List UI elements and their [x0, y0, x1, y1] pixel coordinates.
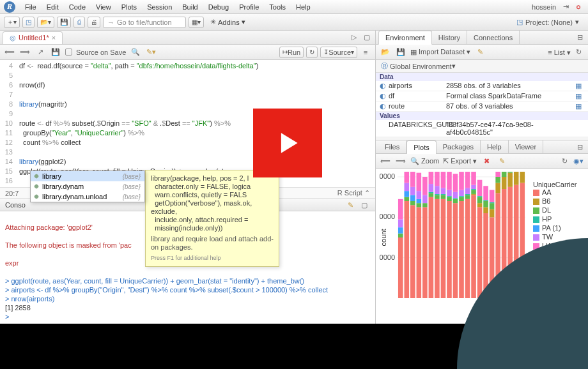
completion-item[interactable]: library.dynam{base} — [31, 181, 144, 192]
svg-rect-117 — [533, 225, 539, 232]
svg-rect-17 — [410, 205, 415, 298]
svg-rect-80 — [483, 200, 488, 201]
outline-icon[interactable]: ≡ — [360, 47, 371, 57]
clear-env-icon[interactable]: ✎ — [474, 47, 486, 57]
completion-item[interactable]: library.dynam.unload{base} — [31, 192, 144, 202]
console-tab[interactable]: Conso — [5, 201, 26, 209]
menu-plots[interactable]: Plots — [117, 2, 141, 12]
forward-icon[interactable]: ▷ — [348, 33, 360, 43]
refresh-plot-icon[interactable]: ↻ — [559, 156, 571, 167]
svg-rect-67 — [471, 194, 476, 195]
save-ws-icon[interactable]: 💾 — [395, 47, 406, 57]
svg-rect-89 — [495, 177, 500, 183]
svg-rect-74 — [477, 197, 483, 204]
disk-icon[interactable]: 💾 — [50, 47, 61, 57]
tab-viewer[interactable]: Viewer — [509, 140, 543, 154]
svg-rect-78 — [483, 207, 488, 214]
source-on-save-checkbox[interactable] — [65, 49, 72, 56]
menu-code[interactable]: Code — [65, 2, 90, 12]
video-play-overlay[interactable] — [253, 109, 322, 177]
source-tab[interactable]: ◎ Untitled1* × — [3, 31, 63, 44]
save-button[interactable]: 💾 — [57, 17, 71, 28]
svg-rect-16 — [404, 172, 409, 183]
svg-text:60000: 60000 — [380, 172, 395, 180]
menu-help[interactable]: Help — [291, 2, 315, 12]
tab-environment[interactable]: Environment — [378, 31, 432, 45]
refresh-icon[interactable]: ↻ — [573, 47, 584, 57]
source-button[interactable]: ↧ Source ▾ — [320, 47, 357, 58]
svg-rect-36 — [435, 199, 440, 298]
run-button[interactable]: ↦ Run — [279, 47, 304, 58]
file-type-label[interactable]: R Script — [337, 189, 362, 197]
save-all-button[interactable]: ⎙ — [74, 17, 85, 28]
svg-rect-64 — [465, 188, 470, 194]
remove-plot-icon[interactable]: ✖ — [481, 156, 492, 167]
load-icon[interactable]: 📂 — [380, 47, 391, 57]
menu-edit[interactable]: Edit — [42, 2, 63, 12]
tools-grid-button[interactable]: ▦▾ — [189, 17, 204, 28]
clear-plots-icon[interactable]: ✎ — [496, 156, 507, 167]
svg-rect-13 — [404, 197, 409, 201]
clear-console-icon[interactable]: ✎ — [344, 200, 356, 210]
fwd-icon[interactable]: ⟹ — [19, 47, 31, 57]
list-view-button[interactable]: ≡ List ▾ — [548, 48, 571, 56]
wand2-icon[interactable]: ✎▾ — [145, 47, 157, 57]
svg-rect-83 — [490, 209, 495, 218]
console-pane-icon[interactable]: ▢ — [359, 200, 370, 210]
svg-rect-37 — [435, 195, 440, 199]
open-file-button[interactable]: 📂▾ — [37, 17, 54, 28]
back-icon[interactable]: ⟸ — [4, 47, 15, 57]
show-in-new-icon[interactable]: ↗ — [35, 47, 46, 57]
menu-profile[interactable]: Profile — [235, 2, 263, 12]
menu-session[interactable]: Session — [143, 2, 176, 12]
tab-plots[interactable]: Plots — [406, 140, 436, 154]
pane-icon[interactable]: ▢ — [361, 33, 373, 43]
svg-rect-84 — [490, 203, 495, 209]
new-file-button[interactable]: ＋▾ — [4, 17, 20, 28]
tab-packages[interactable]: Packages — [437, 140, 481, 154]
svg-rect-85 — [490, 202, 495, 204]
import-dataset-button[interactable]: ▦ Import Dataset ▾ — [410, 48, 470, 56]
power-icon[interactable]: ⭘ — [573, 2, 584, 12]
rerun-button[interactable]: ↻ — [306, 47, 318, 58]
menu-build[interactable]: Build — [178, 2, 202, 12]
gear-icon: ✳ — [210, 18, 216, 26]
env-scope-selector[interactable]: Ⓡ Global Environment ▾ — [376, 60, 588, 73]
svg-rect-14 — [404, 191, 409, 197]
svg-rect-45 — [441, 172, 446, 188]
signout-icon[interactable]: ⇥ — [560, 2, 571, 12]
menu-debug[interactable]: Debug — [204, 2, 233, 12]
addins-menu[interactable]: ✳Addins ▾ — [206, 18, 249, 26]
plot-prev-icon[interactable]: ⟸ — [380, 156, 391, 167]
menu-file[interactable]: File — [20, 2, 41, 12]
wand-icon[interactable]: 🔍 — [130, 47, 141, 57]
zoom-button[interactable]: 🔍 Zoom — [410, 157, 439, 165]
goto-file-input[interactable]: →Go to file/function — [103, 17, 186, 28]
publish-icon[interactable]: ◉▾ — [573, 156, 584, 167]
tab-history[interactable]: History — [432, 31, 467, 45]
env-row[interactable]: ◐route87 obs. of 3 variables▦ — [376, 102, 588, 112]
tab-files[interactable]: Files — [378, 140, 406, 154]
completion-item[interactable]: library{base} — [31, 171, 144, 181]
export-button[interactable]: ⇱ Export ▾ — [443, 157, 477, 165]
env-row[interactable]: DATABRICKS_GUID"83f34b57-ce47-47ca-9e08-… — [376, 120, 588, 137]
tab-help[interactable]: Help — [481, 140, 509, 154]
r-logo-icon: R — [4, 1, 15, 13]
menu-tools[interactable]: Tools — [265, 2, 290, 12]
collapse-plot-icon[interactable]: ⊟ — [574, 142, 585, 152]
plot-next-icon[interactable]: ⟹ — [395, 156, 406, 167]
new-project-button[interactable]: ◳ — [22, 17, 35, 28]
env-row[interactable]: ◐airports2858 obs. of 3 variables▦ — [376, 81, 588, 91]
autocomplete-popup[interactable]: library{base}library.dynam{base}library.… — [30, 170, 145, 202]
project-menu[interactable]: ◳Project: (None) ▾ — [511, 18, 584, 26]
close-icon[interactable]: × — [52, 34, 56, 41]
environment-list: Data◐airports2858 obs. of 3 variables▦◐d… — [376, 73, 588, 137]
collapse-icon[interactable]: ⊟ — [574, 33, 585, 43]
svg-rect-100 — [514, 172, 519, 185]
svg-rect-115 — [533, 216, 539, 223]
menu-view[interactable]: View — [91, 2, 116, 12]
tab-connections[interactable]: Connections — [467, 31, 520, 45]
env-row[interactable]: ◐dfFormal class SparkDataFrame▦ — [376, 91, 588, 102]
svg-rect-8 — [398, 234, 403, 237]
print-button[interactable]: 🖨 — [88, 17, 100, 28]
